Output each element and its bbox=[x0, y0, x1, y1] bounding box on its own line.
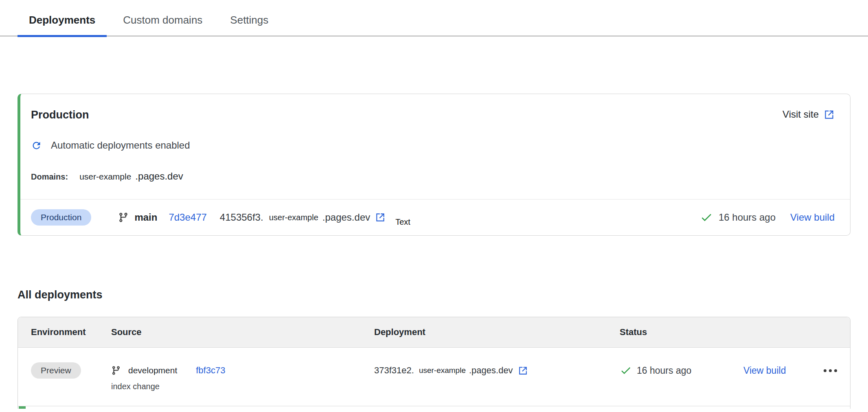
domain-name: user-example bbox=[79, 172, 131, 182]
tab-bar: Deployments Custom domains Settings bbox=[0, 0, 868, 37]
git-branch-icon bbox=[111, 366, 121, 375]
column-status: Status bbox=[620, 327, 743, 337]
environment-badge: Preview bbox=[31, 362, 81, 379]
branch-name: development bbox=[128, 366, 177, 375]
all-deployments-heading: All deployments bbox=[18, 289, 850, 301]
visit-site-label: Visit site bbox=[783, 109, 819, 120]
deploy-time: 16 hours ago bbox=[637, 365, 691, 376]
deployment-url: 415356f3. user-example .pages.dev bbox=[220, 212, 386, 223]
production-card: Production Visit site Automatic deployme… bbox=[18, 94, 850, 236]
commit-message: index change bbox=[111, 382, 374, 391]
next-row-stub bbox=[18, 406, 850, 409]
status-cell: 16 hours ago bbox=[620, 362, 743, 379]
external-link-icon[interactable] bbox=[375, 212, 386, 223]
refresh-icon bbox=[31, 140, 42, 151]
tab-settings[interactable]: Settings bbox=[219, 14, 280, 37]
production-accent-stub bbox=[19, 406, 26, 409]
deployment-name: user-example bbox=[419, 366, 466, 375]
table-row: Preview development fbf3c73 index change… bbox=[18, 348, 850, 406]
deployment-suffix: .pages.dev bbox=[469, 365, 513, 376]
check-icon bbox=[620, 364, 632, 377]
environment-badge: Production bbox=[31, 209, 91, 226]
production-card-title: Production bbox=[31, 109, 89, 121]
check-icon bbox=[700, 211, 713, 224]
column-environment: Environment bbox=[31, 327, 111, 337]
git-branch-icon bbox=[118, 212, 129, 223]
more-options-button[interactable] bbox=[824, 362, 837, 379]
domain-suffix: .pages.dev bbox=[135, 171, 183, 182]
commit-link[interactable]: fbf3c73 bbox=[196, 365, 225, 376]
deploy-time: 16 hours ago bbox=[719, 212, 776, 223]
external-link-icon[interactable] bbox=[518, 366, 528, 376]
view-build-link[interactable]: View build bbox=[790, 212, 835, 223]
deployments-table: Environment Source Deployment Status Pre… bbox=[18, 317, 850, 406]
ellipsis-icon bbox=[824, 369, 826, 372]
production-deployment-row: Production main 7d3e477 415356f3. user-e… bbox=[20, 199, 850, 235]
deployment-url: 373f31e2. user-example .pages.dev bbox=[374, 362, 620, 379]
visit-site-link[interactable]: Visit site bbox=[783, 109, 835, 120]
deployment-hash: 373f31e2. bbox=[374, 365, 414, 376]
auto-deployments-text: Automatic deployments enabled bbox=[51, 140, 190, 151]
column-deployment: Deployment bbox=[374, 327, 620, 337]
deployment-suffix: .pages.dev bbox=[322, 212, 370, 223]
deployment-name: user-example bbox=[269, 213, 318, 222]
tab-deployments[interactable]: Deployments bbox=[18, 14, 107, 37]
domains-label: Domains: bbox=[31, 172, 68, 182]
deployment-hash: 415356f3. bbox=[220, 212, 263, 223]
tab-custom-domains[interactable]: Custom domains bbox=[112, 14, 214, 37]
text-annotation: Text bbox=[395, 217, 410, 227]
column-source: Source bbox=[111, 327, 374, 337]
view-build-link[interactable]: View build bbox=[743, 365, 786, 376]
external-link-icon bbox=[824, 109, 835, 120]
table-header-row: Environment Source Deployment Status bbox=[18, 317, 850, 348]
branch-name: main bbox=[134, 212, 157, 223]
commit-link[interactable]: 7d3e477 bbox=[169, 212, 206, 223]
